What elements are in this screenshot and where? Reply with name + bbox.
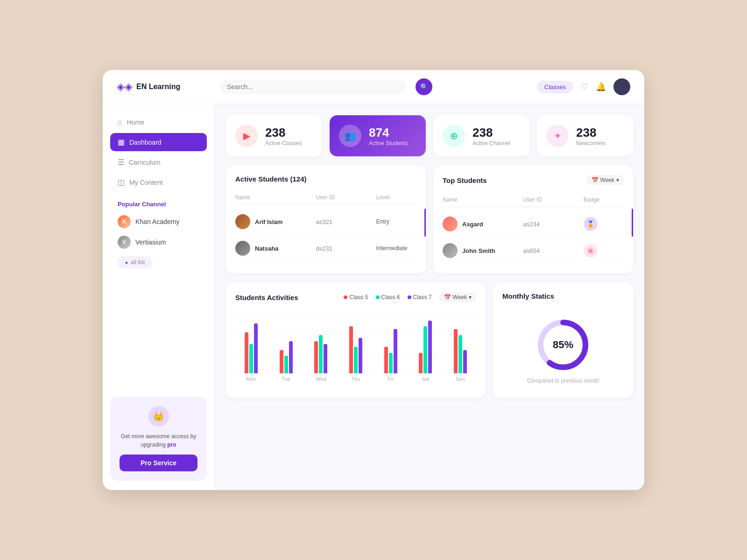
pro-service-button[interactable]: Pro Service (120, 455, 197, 471)
legend-dot-purple (408, 295, 411, 299)
sidebar-item-home[interactable]: ⌂ Home (110, 113, 207, 131)
students-info: 874 Active Students (369, 126, 408, 147)
bar (354, 347, 358, 373)
popular-channel-title: Popular Channel (110, 193, 207, 211)
bell-icon[interactable]: 🔔 (596, 82, 606, 92)
donut-label: Compared to previous month (527, 378, 599, 384)
chevron-icon: ▾ (469, 294, 472, 301)
donut-percent: 85% (553, 339, 573, 351)
table-row[interactable]: Asgard as234 🏅 (443, 211, 624, 238)
activities-title: Students Activities (235, 294, 298, 301)
students-number: 874 (369, 126, 408, 140)
app-container: ◈◈ EN Learning 🔍 Classes ♡ 🔔 ⌂ Home ▦ Da… (103, 70, 644, 490)
sidebar-item-dashboard[interactable]: ▦ Dashboard (110, 133, 207, 151)
channel-khan[interactable]: K Khan Academy (110, 211, 207, 232)
stats-row: ▶ 238 Active Classes 👥 874 Active Studen… (226, 115, 633, 156)
bars-container (305, 335, 337, 373)
all-list-icon: ● (125, 260, 128, 265)
scrollbar[interactable] (632, 209, 633, 237)
stat-card-newcomers: ✦ 238 Newcomers (537, 115, 633, 156)
nav-dashboard-label: Dashboard (129, 139, 162, 146)
chart-container: MonTueWedThuFriSatSun (235, 310, 476, 385)
bar (454, 329, 458, 373)
table-row[interactable]: John Smith as654 🌸 (443, 238, 624, 264)
grid-line (235, 315, 476, 315)
bar (423, 326, 427, 373)
newcomers-label: Newcomers (576, 140, 606, 147)
day-label: Sat (422, 376, 430, 382)
student-level: Entry (376, 218, 416, 225)
search-button[interactable]: 🔍 (416, 78, 432, 95)
sidebar-promo: 👑 Get more awesome access by upgrading p… (110, 397, 207, 481)
col-userid: User ID (523, 196, 583, 203)
day-label: Mon (247, 376, 256, 382)
bar (359, 338, 362, 373)
day-group: Sun (444, 329, 476, 373)
student-id: as654 (523, 247, 583, 254)
students-icon: 👥 (339, 125, 361, 147)
nav-curriculum-label: Carriculum (129, 159, 161, 166)
search-bar (219, 79, 406, 94)
channel-khan-avatar: K (118, 215, 131, 228)
legend-dot-cyan (376, 295, 380, 299)
bar (245, 332, 248, 373)
bars-container (340, 326, 372, 373)
bar (280, 350, 283, 373)
newcomers-number: 238 (576, 126, 606, 140)
channel-vert-name: Vertiasium (135, 238, 166, 246)
sidebar-item-my-content[interactable]: ◫ My Content (110, 173, 207, 191)
bar (419, 353, 423, 373)
student-avatar (235, 214, 250, 229)
chevron-down-icon: ▾ (616, 177, 619, 183)
col-userid: User ID (316, 194, 376, 201)
badge-icon: 🏅 (584, 217, 598, 231)
active-students-card: Active Students (124) Name User ID Level… (226, 166, 426, 273)
user-avatar[interactable] (613, 78, 630, 95)
day-group: Tue (270, 341, 303, 373)
classes-button[interactable]: Classes (537, 81, 573, 93)
channel-khan-name: Khan Academy (135, 218, 179, 225)
classes-info: 238 Active Classes (265, 126, 302, 147)
my-content-icon: ◫ (118, 178, 125, 187)
sidebar-item-curriculum[interactable]: ☰ Carriculum (110, 153, 207, 171)
calendar-icon: 📅 (592, 177, 599, 183)
classes-label: Active Classes (265, 140, 302, 147)
scrollbar[interactable] (424, 209, 426, 237)
week-label: Week (600, 177, 614, 183)
day-group: Thu (340, 326, 372, 373)
curriculum-icon: ☰ (118, 158, 124, 167)
bottom-row: Students Activities Class 5 Class 6 (226, 283, 633, 398)
legend-class6: Class 6 (376, 294, 400, 301)
heart-icon[interactable]: ♡ (581, 82, 588, 92)
activities-week-selector[interactable]: 📅 Week ▾ (439, 292, 476, 302)
bar (314, 341, 318, 373)
monthly-stats-card: Monthly Statics 85% Compared to previous… (493, 283, 633, 398)
crown-icon: 👑 (148, 406, 169, 427)
all-list-button[interactable]: ● all list (118, 256, 152, 268)
students-label: Active Students (369, 140, 408, 147)
table-row[interactable]: Natsaha ds231 Intermediate (235, 235, 416, 262)
student-avatar (235, 241, 250, 256)
week-selector[interactable]: 📅 Week ▾ (587, 175, 624, 185)
monthly-stats-title: Monthly Statics (502, 292, 554, 300)
table-row[interactable]: Arif Islam as321 Entry (235, 209, 416, 235)
stat-card-channels: ⊕ 238 Active Channel (433, 115, 529, 156)
legend-dot-red (344, 295, 347, 299)
col-name: Name (443, 196, 523, 203)
bar (428, 321, 432, 373)
channels-icon: ⊕ (443, 125, 465, 147)
student-avatar (443, 217, 458, 231)
bars-container (270, 341, 303, 373)
bars-container (444, 329, 476, 373)
day-group: Mon (235, 323, 268, 373)
student-name: Natsaha (255, 245, 279, 252)
channel-vert[interactable]: V Vertiasium (110, 232, 207, 252)
logo-text: EN Learning (136, 83, 180, 91)
donut-chart: 85% (535, 317, 591, 373)
day-label: Wed (316, 376, 326, 382)
day-label: Thu (352, 376, 360, 382)
day-group: Wed (305, 335, 337, 373)
search-input[interactable] (227, 83, 399, 91)
student-name: Arif Islam (255, 218, 282, 225)
bar (254, 323, 258, 373)
